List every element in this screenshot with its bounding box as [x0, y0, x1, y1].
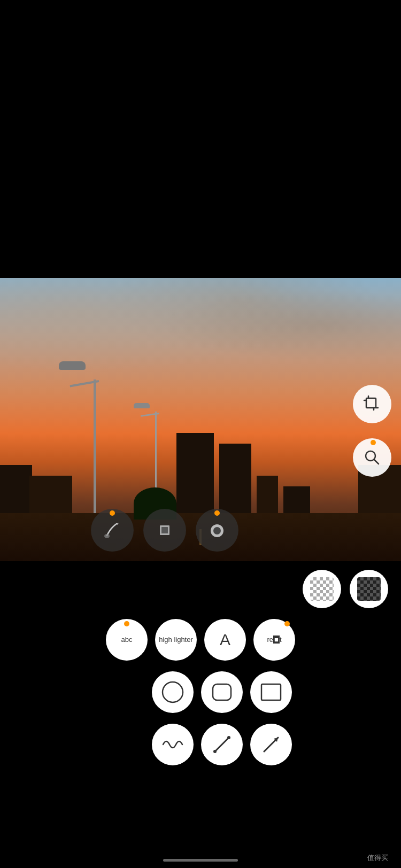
abc-button[interactable]: abc: [106, 619, 148, 661]
tools-row-2: abc high lighter A re■t: [0, 619, 401, 661]
lamp-pole: [94, 379, 96, 518]
svg-line-15: [215, 738, 229, 751]
orange-dot-circle: [214, 510, 220, 516]
building-1: [176, 433, 214, 518]
rounded-rect-button[interactable]: [201, 671, 243, 713]
building-7: [29, 476, 72, 518]
status-bar: 值得买: [367, 853, 388, 863]
home-indicator: [163, 859, 238, 862]
wave-button[interactable]: [152, 724, 194, 765]
svg-rect-14: [261, 684, 281, 700]
orange-dot-brush: [110, 510, 115, 516]
rounded-rect-icon: [210, 680, 234, 704]
dot-button[interactable]: [196, 509, 238, 552]
lamp-head: [59, 361, 86, 370]
top-black-area: [0, 0, 401, 278]
svg-point-12: [163, 682, 183, 702]
building-3: [257, 476, 278, 518]
tools-row-3: [0, 671, 401, 713]
magnify-button[interactable]: [353, 438, 391, 477]
oval-button[interactable]: [152, 671, 194, 713]
svg-point-7: [104, 534, 110, 538]
lamp-head-2: [134, 403, 150, 408]
eraser-button[interactable]: [143, 509, 186, 552]
rectangle-icon: [259, 680, 283, 704]
photo-bottom-tools: [91, 509, 238, 552]
svg-line-6: [374, 460, 379, 464]
dark-checkerboard-icon: [357, 577, 381, 601]
abc-label: abc: [121, 636, 133, 644]
eraser-icon: [155, 520, 175, 540]
slash-icon: [210, 732, 234, 757]
status-label: 值得买: [367, 854, 388, 862]
svg-point-17: [213, 750, 217, 753]
no-dot: [173, 621, 179, 626]
font-label: A: [220, 630, 230, 649]
svg-rect-9: [161, 527, 168, 533]
search-icon: [363, 448, 381, 467]
highlighter-label: high lighter: [159, 636, 193, 645]
svg-point-16: [227, 736, 230, 739]
brush-button[interactable]: [91, 509, 134, 552]
checkerboard-icon: [310, 577, 334, 601]
brush-icon: [102, 520, 123, 541]
tools-row-4: [0, 724, 401, 765]
arrow-button[interactable]: [250, 724, 292, 765]
highlighter-button[interactable]: high lighter: [155, 619, 197, 661]
building-6: [0, 465, 32, 518]
font-button[interactable]: A: [204, 619, 246, 661]
circle-icon: [207, 520, 227, 540]
slash-button[interactable]: [201, 724, 243, 765]
crop-icon: [363, 395, 381, 413]
lamp-pole-2: [155, 412, 157, 497]
wave-icon: [160, 732, 186, 757]
rectangle-button[interactable]: [250, 671, 292, 713]
arrow-icon: [259, 732, 283, 757]
dark-checkerboard-button[interactable]: [350, 570, 388, 608]
building-2: [219, 444, 251, 518]
crop-button[interactable]: [353, 385, 391, 423]
svg-rect-0: [366, 398, 376, 408]
bottom-tools-area: abc high lighter A re■t: [0, 561, 401, 868]
checkerboard-button[interactable]: [303, 570, 341, 608]
redact-label: re■t: [267, 636, 281, 644]
tools-row-1: [0, 561, 401, 608]
svg-rect-13: [213, 684, 231, 700]
oval-icon: [160, 680, 185, 704]
svg-point-11: [213, 527, 221, 534]
redact-button[interactable]: re■t: [253, 619, 295, 661]
orange-dot-search: [371, 440, 376, 445]
